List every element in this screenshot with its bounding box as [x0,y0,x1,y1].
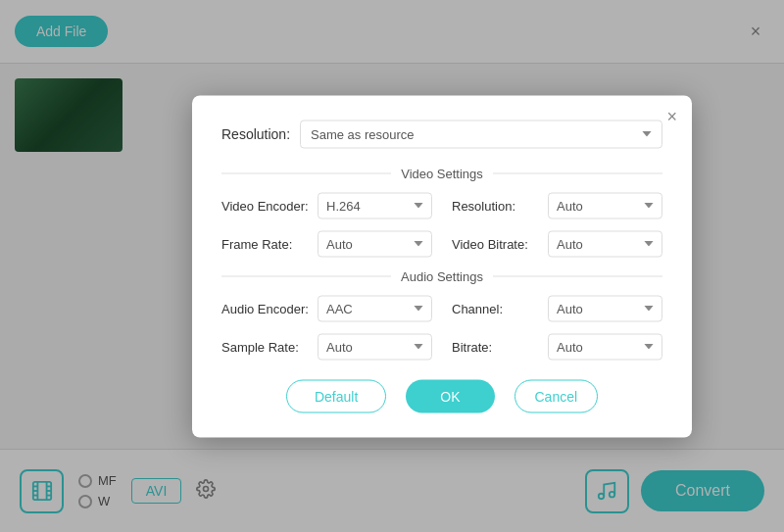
ok-button[interactable]: OK [406,379,494,412]
modal-close-button[interactable]: × [666,107,677,124]
resolution-row: Resolution: Auto [452,192,662,218]
video-settings-divider: Video Settings [221,166,662,180]
resolution-top-row: Resolution: Same as resource [221,120,662,148]
video-bitrate-select[interactable]: Auto [548,230,662,257]
video-bitrate-label: Video Bitrate: [452,236,540,251]
audio-settings-grid: Audio Encoder: AAC Channel: Auto Sample … [221,295,662,360]
audio-divider-right [493,275,662,276]
sample-rate-row: Sample Rate: Auto [221,333,432,360]
divider-line-right [493,172,662,173]
channel-select[interactable]: Auto [548,295,662,321]
modal-buttons: Default OK Cancel [221,379,662,412]
video-settings-grid: Video Encoder: H.264 Resolution: Auto Fr… [221,192,662,257]
resolution-select[interactable]: Auto [548,192,662,218]
sample-rate-select[interactable]: Auto [318,333,432,360]
divider-line-left [221,172,391,173]
audio-encoder-row: Audio Encoder: AAC [221,295,432,321]
video-encoder-select[interactable]: H.264 [318,192,432,218]
bitrate-select[interactable]: Auto [548,333,662,360]
sample-rate-label: Sample Rate: [221,339,310,354]
audio-encoder-select[interactable]: AAC [318,295,432,321]
settings-modal: × Resolution: Same as resource Video Set… [192,95,692,437]
resolution-label: Resolution: [452,198,540,213]
audio-settings-divider: Audio Settings [221,268,662,283]
default-button[interactable]: Default [286,379,386,412]
cancel-button[interactable]: Cancel [514,379,599,412]
resolution-top-select[interactable]: Same as resource [300,120,662,148]
audio-settings-title: Audio Settings [401,268,483,283]
video-encoder-row: Video Encoder: H.264 [221,192,432,218]
audio-divider-left [221,275,391,276]
frame-rate-row: Frame Rate: Auto [221,230,432,257]
frame-rate-label: Frame Rate: [221,236,310,251]
app-window: Add File × [0,0,784,532]
video-bitrate-row: Video Bitrate: Auto [452,230,662,257]
frame-rate-select[interactable]: Auto [318,230,432,257]
bitrate-label: Bitrate: [452,339,540,354]
video-settings-title: Video Settings [401,166,483,180]
audio-encoder-label: Audio Encoder: [221,301,310,315]
resolution-top-label: Resolution: [221,126,290,142]
channel-label: Channel: [452,301,540,315]
bitrate-row: Bitrate: Auto [452,333,662,360]
channel-row: Channel: Auto [452,295,662,321]
video-encoder-label: Video Encoder: [221,198,310,213]
